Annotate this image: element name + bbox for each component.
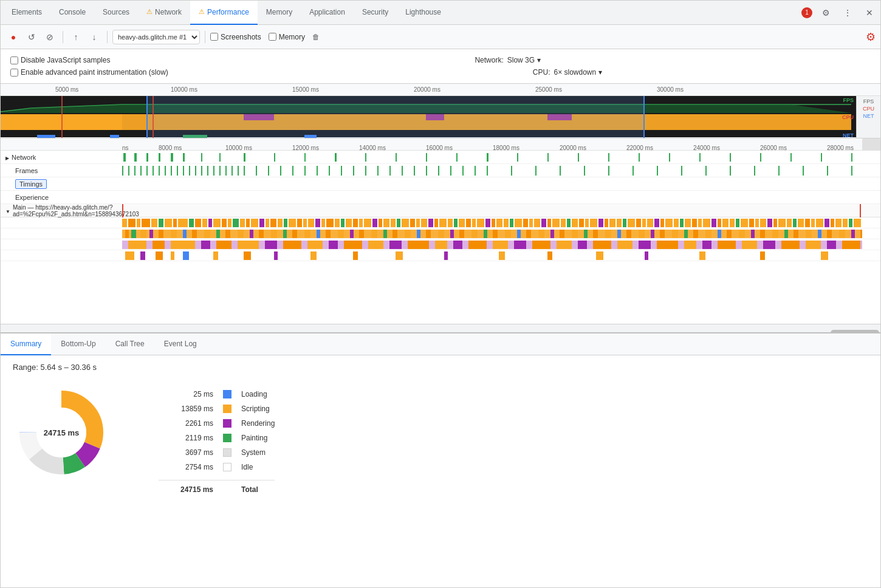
svg-rect-196 [741, 219, 748, 227]
svg-rect-129 [321, 219, 325, 227]
svg-rect-74 [402, 166, 403, 176]
svg-rect-175 [609, 219, 615, 227]
upload-button[interactable]: ↑ [68, 29, 84, 45]
selection-region[interactable] [146, 96, 645, 138]
svg-rect-82 [511, 166, 512, 176]
svg-rect-263 [560, 230, 564, 238]
trash-icon[interactable]: 🗑 [312, 33, 320, 41]
timeline-overview[interactable]: 5000 ms 10000 ms 15000 ms 20000 ms 25000… [1, 84, 880, 138]
svg-rect-79 [462, 166, 464, 176]
svg-rect-63 [268, 166, 269, 176]
svg-rect-157 [496, 219, 502, 227]
flame-row-1-right [862, 217, 880, 228]
legend-rendering-color [223, 419, 231, 428]
tab-performance[interactable]: ⚠ Performance [190, 1, 258, 25]
svg-rect-151 [459, 219, 465, 227]
tab-bottom-up[interactable]: Bottom-Up [51, 333, 105, 355]
svg-rect-69 [341, 166, 342, 176]
timeline-scrollbar-thumb[interactable] [862, 138, 880, 151]
svg-rect-351 [760, 251, 765, 260]
svg-rect-65 [292, 166, 293, 176]
svg-rect-48 [165, 166, 166, 176]
main-expand-icon[interactable] [5, 207, 10, 214]
svg-rect-152 [466, 219, 471, 227]
bottom-tabs: Summary Bottom-Up Call Tree Event Log [1, 333, 880, 355]
scrollbar-thumb[interactable] [831, 330, 879, 333]
clear-button[interactable]: ⊘ [42, 29, 58, 45]
svg-rect-227 [159, 230, 163, 238]
h-scrollbar[interactable] [1, 324, 880, 332]
svg-rect-328 [806, 241, 821, 249]
memory-checkbox[interactable]: Memory [269, 33, 305, 41]
memory-input[interactable] [269, 33, 276, 41]
record-button[interactable]: ● [5, 29, 21, 45]
svg-rect-93 [778, 166, 780, 176]
legend-loading: 25 ms Loading [159, 390, 275, 398]
close-button[interactable]: ✕ [861, 4, 878, 21]
svg-rect-198 [755, 219, 759, 227]
svg-rect-142 [402, 219, 409, 227]
svg-rect-49 [171, 166, 172, 176]
svg-rect-296 [128, 241, 146, 249]
network-expand-icon[interactable] [5, 154, 9, 161]
svg-rect-289 [851, 230, 855, 238]
tab-summary[interactable]: Summary [1, 333, 51, 355]
svg-rect-186 [680, 219, 684, 227]
tab-call-tree[interactable]: Call Tree [106, 333, 154, 355]
svg-rect-300 [216, 241, 231, 249]
timings-row-label: Timings [1, 179, 122, 189]
legend-system-label: System [241, 448, 266, 457]
svg-rect-210 [831, 219, 834, 227]
cpu-select[interactable]: 6× slowdown ▾ [554, 68, 602, 77]
download-button[interactable]: ↓ [86, 29, 102, 45]
disable-js-input[interactable] [10, 56, 18, 64]
svg-rect-146 [428, 219, 433, 227]
advanced-paint-input[interactable] [10, 69, 18, 77]
flame-row-3-svg [122, 239, 862, 250]
settings-gear-icon[interactable]: ⚙ [866, 30, 876, 44]
reload-button[interactable]: ↺ [24, 29, 39, 45]
svg-rect-277 [718, 230, 721, 238]
svg-rect-178 [628, 219, 635, 227]
tab-elements[interactable]: Elements [3, 1, 50, 25]
screenshots-label: Screenshots [221, 33, 261, 41]
tab-lighthouse[interactable]: Lighthouse [397, 1, 450, 25]
legend-rendering-label: Rendering [241, 419, 275, 428]
tab-event-log[interactable]: Event Log [154, 333, 207, 355]
svg-rect-134 [353, 219, 358, 227]
flame-row-1-svg [122, 217, 862, 228]
svg-rect-313 [493, 241, 508, 249]
advanced-paint-checkbox[interactable]: Enable advanced paint instrumentation (s… [10, 68, 168, 77]
svg-rect-235 [250, 230, 253, 238]
tab-console[interactable]: Console [50, 1, 94, 25]
tab-security[interactable]: Security [354, 1, 397, 25]
legend-system-ms: 3697 ms [159, 448, 213, 457]
svg-rect-262 [550, 230, 554, 238]
tab-network[interactable]: ⚠ Network [138, 1, 190, 25]
svg-rect-103 [151, 219, 157, 227]
profile-select[interactable]: heavy-ads.glitch.me #1 [112, 30, 200, 44]
tab-sources[interactable]: Sources [94, 1, 138, 25]
svg-rect-272 [660, 230, 665, 238]
total-ms: 24715 ms [159, 485, 213, 494]
svg-rect-55 [207, 166, 208, 176]
svg-rect-90 [705, 166, 707, 176]
screenshots-input[interactable] [210, 33, 218, 41]
screenshots-checkbox[interactable]: Screenshots [210, 33, 261, 41]
svg-rect-112 [213, 219, 221, 227]
svg-rect-256 [484, 230, 487, 238]
tab-call-tree-label: Call Tree [115, 340, 145, 348]
settings-button[interactable]: ⚙ [817, 4, 834, 21]
tab-bar-right: 1 ⚙ ⋮ ✕ [801, 4, 878, 21]
svg-rect-303 [283, 241, 301, 249]
more-button[interactable]: ⋮ [839, 4, 856, 21]
svg-rect-342 [310, 251, 317, 260]
network-select[interactable]: Slow 3G ▾ [507, 56, 541, 64]
rm-22000: 22000 ms [626, 145, 653, 151]
disable-js-checkbox[interactable]: Disable JavaScript samples [10, 56, 110, 64]
svg-rect-125 [297, 219, 302, 227]
tab-memory[interactable]: Memory [258, 1, 301, 25]
tab-application[interactable]: Application [301, 1, 354, 25]
performance-warn-icon: ⚠ [199, 8, 205, 16]
svg-rect-47 [159, 166, 160, 176]
